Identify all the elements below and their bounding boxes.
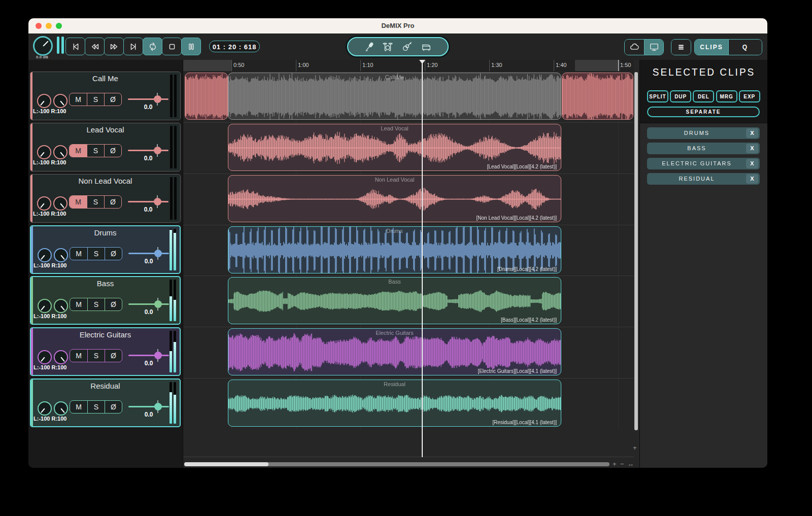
clip-electric-guitars[interactable]: Electric Guitars[Electric Guitars][Local… <box>228 328 561 375</box>
pan-right-knob[interactable] <box>54 401 68 416</box>
mute-button[interactable]: M <box>70 350 87 362</box>
guitar-icon[interactable] <box>401 41 413 52</box>
clip-lead-vocal[interactable]: Lead Vocal[Lead Vocal][Local][4.2 (lates… <box>228 124 561 171</box>
mute-button[interactable]: M <box>70 93 87 106</box>
pan-right-knob[interactable] <box>54 350 68 364</box>
timeline-ruler[interactable]: 0:501:001:101:201:301:401:50 <box>183 60 634 71</box>
timeline-zoom-fit-button[interactable]: ↔ <box>627 461 634 468</box>
phase-button[interactable]: Ø <box>104 196 121 208</box>
solo-button[interactable]: S <box>87 350 105 362</box>
pan-left-knob[interactable] <box>37 145 51 159</box>
track-header-lead-vocal[interactable]: Lead VocalL:-100 R:100MSØ0.0 <box>30 123 181 171</box>
gain-slider-thumb[interactable] <box>154 250 162 257</box>
gain-slider[interactable] <box>128 355 169 356</box>
mute-button[interactable]: M <box>70 298 87 311</box>
selected-clip-item-bass[interactable]: BASSX <box>647 143 760 154</box>
time-display[interactable]: 01 : 20 : 618 <box>209 41 260 52</box>
selected-clip-item-electric-guitars[interactable]: ELECTRIC GUITARSX <box>647 158 760 169</box>
clips-tab-button[interactable]: CLIPS <box>695 40 728 55</box>
gain-slider[interactable] <box>128 253 169 254</box>
horizontal-scrollbar[interactable] <box>184 462 610 466</box>
remove-clip-button[interactable]: X <box>746 128 758 138</box>
pan-right-knob[interactable] <box>53 94 67 108</box>
master-volume-knob[interactable] <box>33 36 53 56</box>
split-button[interactable]: SPLIT <box>647 90 668 102</box>
del-button[interactable]: DEL <box>693 90 714 102</box>
exp-button[interactable]: EXP <box>739 90 760 102</box>
rewind-button[interactable] <box>85 38 105 55</box>
pan-left-knob[interactable] <box>38 350 52 364</box>
remove-clip-button[interactable]: X <box>746 144 758 153</box>
mute-button[interactable]: M <box>70 401 87 413</box>
clip-residual[interactable]: Residual[Residual][Local][4.1 (latest)] <box>228 380 561 427</box>
playhead-marker[interactable] <box>419 60 425 64</box>
playhead[interactable] <box>422 60 423 457</box>
vertical-scrollbar-thumb[interactable] <box>634 72 638 430</box>
pan-left-knob[interactable] <box>38 248 52 262</box>
pan-left-knob[interactable] <box>38 299 52 313</box>
track-header-residual[interactable]: ResidualL:-100 R:100MSØ0.0 <box>30 379 181 427</box>
solo-button[interactable]: S <box>87 248 105 260</box>
gain-slider-thumb[interactable] <box>154 352 162 359</box>
timeline-zoom-in-button[interactable]: + <box>613 461 617 468</box>
clip-drums[interactable]: Drums[Drums][Local][4.2 (latest)] <box>228 226 561 273</box>
pan-left-knob[interactable] <box>37 196 51 211</box>
selected-clip-item-drums[interactable]: DRUMSX <box>647 127 760 139</box>
clip-call-me[interactable] <box>562 73 633 120</box>
horizontal-scrollbar-thumb[interactable] <box>184 462 268 466</box>
mute-button[interactable]: M <box>70 248 87 260</box>
solo-button[interactable]: S <box>87 401 105 413</box>
phase-button[interactable]: Ø <box>104 93 121 106</box>
dup-button[interactable]: DUP <box>670 90 691 102</box>
track-header-non-lead-vocal[interactable]: Non Lead VocalL:-100 R:100MSØ0.0 <box>30 174 181 223</box>
gain-slider-thumb[interactable] <box>154 147 161 154</box>
local-monitor-button[interactable] <box>644 40 663 55</box>
selected-clip-item-residual[interactable]: RESIDUALX <box>647 173 760 185</box>
gain-slider-thumb[interactable] <box>154 300 162 308</box>
mute-button[interactable]: M <box>70 196 87 208</box>
hamburger-menu-button[interactable] <box>671 40 691 55</box>
cloud-button[interactable] <box>625 40 644 55</box>
skip-to-start-button[interactable] <box>65 38 85 55</box>
gain-slider[interactable] <box>128 406 169 407</box>
pan-left-knob[interactable] <box>38 401 52 416</box>
fast-forward-button[interactable] <box>104 38 124 55</box>
gain-slider[interactable] <box>128 303 169 305</box>
phase-button[interactable]: Ø <box>105 350 122 362</box>
mrg-button[interactable]: MRG <box>716 90 737 102</box>
gain-slider[interactable] <box>128 98 168 100</box>
piano-icon[interactable] <box>420 41 432 52</box>
pan-left-knob[interactable] <box>37 94 51 108</box>
track-header-bass[interactable]: BassL:-100 R:100MSØ0.0 <box>30 276 181 325</box>
gain-slider[interactable] <box>128 150 168 151</box>
skip-to-end-button[interactable] <box>123 38 143 55</box>
solo-button[interactable]: S <box>87 196 104 208</box>
clip-call-me[interactable]: Call Me <box>228 73 561 120</box>
pan-right-knob[interactable] <box>54 248 68 262</box>
pause-button[interactable] <box>181 38 201 55</box>
gain-slider-thumb[interactable] <box>154 198 161 205</box>
clip-bass[interactable]: Bass[Bass][Local][4.2 (latest)] <box>228 277 561 324</box>
mute-button[interactable]: M <box>70 145 87 157</box>
solo-button[interactable]: S <box>87 93 104 106</box>
separate-button[interactable]: SEPARATE <box>647 107 760 117</box>
track-header-electric-guitars[interactable]: Electric GuitarsL:-100 R:100MSØ0.0 <box>30 327 181 376</box>
pan-right-knob[interactable] <box>53 196 67 211</box>
phase-button[interactable]: Ø <box>105 298 122 311</box>
gain-slider[interactable] <box>128 201 168 202</box>
gain-slider-thumb[interactable] <box>154 403 162 410</box>
timeline-zoom-out-button[interactable]: − <box>620 461 624 468</box>
solo-button[interactable]: S <box>87 145 104 157</box>
search-button[interactable]: Q <box>728 40 762 55</box>
loop-button[interactable] <box>143 38 162 55</box>
phase-button[interactable]: Ø <box>105 248 122 260</box>
phase-button[interactable]: Ø <box>104 145 121 157</box>
remove-clip-button[interactable]: X <box>746 159 758 168</box>
track-header-drums[interactable]: DrumsL:-100 R:100MSØ0.0 <box>30 225 181 274</box>
gain-slider-thumb[interactable] <box>154 95 161 103</box>
pan-right-knob[interactable] <box>54 299 68 313</box>
pan-right-knob[interactable] <box>53 145 67 159</box>
stop-button[interactable] <box>162 38 182 55</box>
track-header-call-me[interactable]: Call MeL:-100 R:100MSØ0.0 <box>30 72 181 120</box>
clip-non-lead-vocal[interactable]: Non Lead Vocal[Non Lead Vocal][Local][4.… <box>228 175 561 222</box>
